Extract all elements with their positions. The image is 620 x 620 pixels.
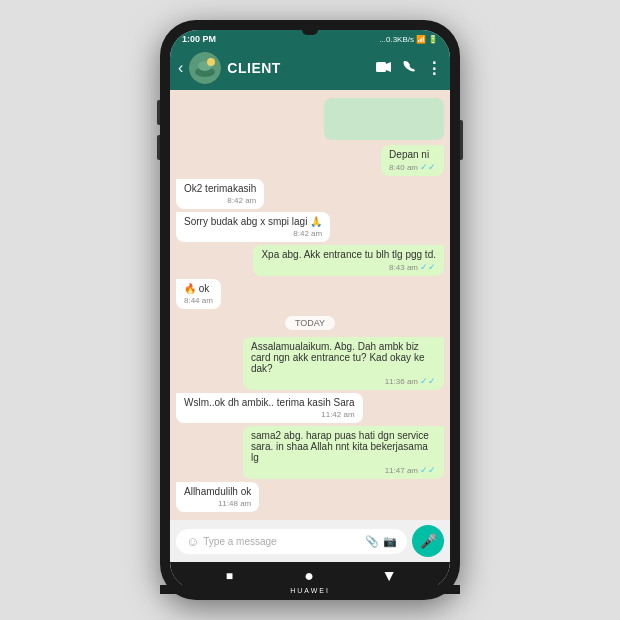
message-1: Depan ni 8:40 am ✓✓ [381,145,444,176]
status-time: 1:00 PM [182,34,216,44]
phone-frame: 1:00 PM ...0.3KB/s 📶 🔋 ‹ [160,20,460,600]
network-speed: ...0.3KB/s [379,35,414,44]
notch [302,30,318,35]
message-5: 🔥 ok 8:44 am [176,279,221,309]
date-divider: TODAY [285,316,335,330]
message-9: Allhamdulilh ok 11:48 am [176,482,259,512]
more-options-icon[interactable]: ⋮ [426,59,442,78]
svg-point-3 [207,58,215,66]
chat-title: CLIENT [227,60,370,76]
nav-back-icon[interactable]: ■ [226,569,233,583]
chat-body[interactable]: Depan ni 8:40 am ✓✓ Ok2 terimakasih 8:42… [170,90,450,520]
read-ticks-3: ✓✓ [420,376,436,386]
message-6: Assalamualaikum. Abg. Dah ambk biz card … [243,337,444,390]
message-4: Xpa abg. Akk entrance tu blh tlg pgg td.… [253,245,444,276]
camera-icon[interactable]: 📷 [383,535,397,548]
avatar [189,52,221,84]
brand-label: HUAWEI [160,585,460,594]
message-7: Wslm..ok dh ambik.. terima kasih Sara 11… [176,393,363,423]
message-input-container[interactable]: ☺ Type a message 📎 📷 [176,529,407,554]
input-placeholder[interactable]: Type a message [203,536,365,547]
input-bar: ☺ Type a message 📎 📷 🎤 [170,520,450,562]
mic-icon: 🎤 [420,533,437,549]
read-ticks: ✓✓ [420,162,436,172]
attach-icon[interactable]: 📎 [365,535,379,548]
read-ticks-2: ✓✓ [420,262,436,272]
signal-icon: 📶 [416,35,426,44]
chat-header: ‹ CLIENT [170,46,450,90]
mic-button[interactable]: 🎤 [412,525,444,557]
status-bar: 1:00 PM ...0.3KB/s 📶 🔋 [170,30,450,46]
message-2: Ok2 terimakasih 8:42 am [176,179,264,209]
svg-rect-4 [376,62,386,72]
sent-image [324,98,444,140]
video-call-icon[interactable] [376,61,392,76]
message-3: Sorry budak abg x smpi lagi 🙏 8:42 am [176,212,330,242]
status-right: ...0.3KB/s 📶 🔋 [379,35,438,44]
nav-recent-icon[interactable]: ▶ [383,572,397,581]
header-actions: ⋮ [376,59,442,78]
message-8: sama2 abg. harap puas hati dgn service s… [243,426,444,479]
svg-marker-5 [386,62,391,72]
battery-icon: 🔋 [428,35,438,44]
voice-call-icon[interactable] [402,60,416,77]
emoji-icon[interactable]: ☺ [186,534,199,549]
read-ticks-4: ✓✓ [420,465,436,475]
phone-screen: 1:00 PM ...0.3KB/s 📶 🔋 ‹ [170,30,450,590]
back-button[interactable]: ‹ [178,59,183,77]
nav-home-icon[interactable]: ● [304,567,314,585]
avatar-image [189,52,221,84]
